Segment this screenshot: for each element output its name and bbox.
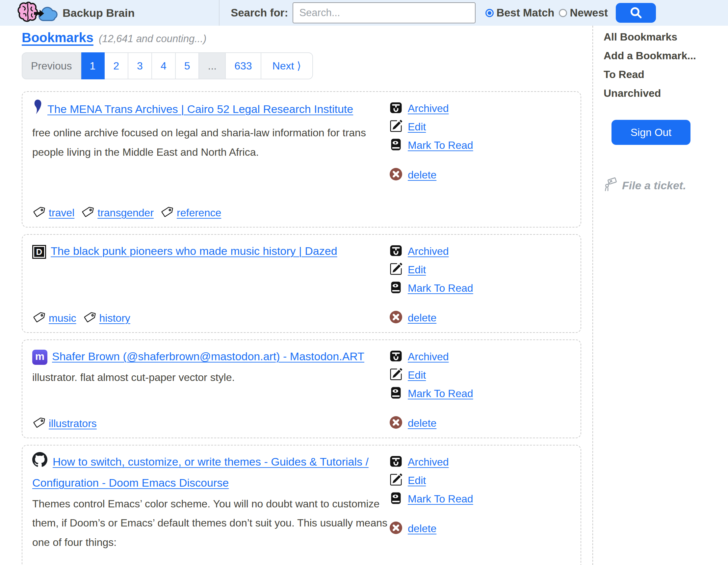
pagination-previous: Previous [22,52,81,79]
tag-link[interactable]: travel [49,207,74,219]
search-label: Search for: [231,7,288,19]
tag-item: music [32,311,76,325]
delete-action[interactable]: delete [389,167,554,182]
tag-list: travel transgender reference [32,194,389,219]
book-eye-icon [389,386,403,401]
search-input[interactable] [293,2,476,23]
pagination: Previous 1 2 3 4 5 ... 633 Next ⟩ [22,52,581,79]
pagination-page-4[interactable]: 4 [152,52,176,79]
delete-x-icon [389,521,403,536]
tag-icon [31,310,46,326]
bookmark-card: DThe black punk pioneers who made music … [22,234,581,333]
pagination-page-5[interactable]: 5 [176,52,199,79]
archived-action[interactable]: Archived [389,455,554,469]
bookmark-title-link[interactable]: Shafer Brown (@shaferbrown@mastodon.art)… [52,350,364,363]
book-eye-icon [389,281,403,296]
tag-item: reference [160,206,221,219]
mastodon-icon: m [32,350,47,365]
bookmark-description: free online archive focused on legal and… [32,123,389,161]
edit-action[interactable]: Edit [389,473,554,488]
delete-x-icon [389,167,403,182]
search-icon [629,6,643,20]
delete-action[interactable]: delete [389,521,554,536]
sidebar-item-to-read[interactable]: To Read [604,68,725,81]
bookmark-list-main: Bookmarks (12,641 and counting...) Previ… [0,26,592,565]
edit-action[interactable]: Edit [389,119,554,134]
tag-icon [80,205,95,221]
tag-link[interactable]: transgender [97,207,154,219]
file-a-ticket-link[interactable]: File a ticket. [604,176,725,194]
bookmark-card: How to switch, customize, or write theme… [22,445,581,565]
bookmark-title-link[interactable]: The MENA Trans Archives | Cairo 52 Legal… [47,103,353,115]
tag-link[interactable]: music [49,312,76,324]
delete-action[interactable]: delete [389,416,554,430]
archived-action[interactable]: Archived [389,101,554,115]
sidebar-item-unarchived[interactable]: Unarchived [604,87,725,99]
bookmark-description: Themes control Emacs’ color scheme. You … [32,494,389,552]
tag-list: illustrators [32,405,389,430]
bookmark-title-link[interactable]: The black punk pioneers who made music h… [51,244,337,257]
tag-link[interactable]: history [99,312,130,324]
tag-item: transgender [81,206,154,219]
sidebar-item-all-bookmarks[interactable]: All Bookmarks [604,31,725,43]
tag-icon [31,205,46,221]
tag-link[interactable]: reference [177,207,221,219]
pagination-ellipsis: ... [199,52,226,79]
mark-to-read-action[interactable]: Mark To Read [389,138,554,152]
sort-option-best-match[interactable]: Best Match [485,7,554,19]
archive-box-icon [389,349,403,364]
pagination-page-3[interactable]: 3 [128,52,152,79]
search-button[interactable] [616,3,656,23]
pencil-square-icon [389,473,403,488]
archive-box-icon [389,101,403,115]
bookmark-card: mShafer Brown (@shaferbrown@mastodon.art… [22,340,581,438]
edit-action[interactable]: Edit [389,262,554,277]
book-eye-icon [389,492,403,506]
bookmark-count: (12,641 and counting...) [99,33,206,45]
pagination-page-2[interactable]: 2 [105,52,128,79]
tag-item: travel [32,206,74,219]
archive-box-icon [389,244,403,258]
delete-action[interactable]: delete [389,311,554,325]
archived-action[interactable]: Archived [389,349,554,364]
sort-radio-group: Best Match Newest [481,7,608,19]
comma-mark-icon [32,98,42,121]
ticket-icon [604,176,619,194]
app-header: Backup Brain Search for: Best Match Newe… [0,0,728,26]
backup-brain-logo-icon [17,0,59,27]
delete-x-icon [389,311,403,325]
sidebar: All Bookmarks Add a Bookmark... To Read … [592,26,728,565]
app-title: Backup Brain [63,7,135,19]
edit-action[interactable]: Edit [389,368,554,382]
delete-x-icon [389,416,403,430]
tag-icon [31,416,46,432]
tag-item: history [83,311,130,325]
page-title-bookmarks-link[interactable]: Bookmarks [22,30,93,45]
pagination-page-633[interactable]: 633 [226,52,261,79]
sidebar-item-add-a-bookmark[interactable]: Add a Bookmark... [604,50,725,62]
tag-icon [159,205,174,221]
tag-item: illustrators [32,417,97,430]
bookmark-description: illustrator. flat almost cut-paper vecto… [32,368,389,387]
github-icon [32,452,47,473]
archive-box-icon [389,455,403,469]
dazed-icon: D [32,245,46,259]
radio-best-match-icon[interactable] [485,9,494,17]
pencil-square-icon [389,368,403,382]
tag-icon [82,310,97,326]
pagination-page-1[interactable]: 1 [81,52,105,79]
mark-to-read-action[interactable]: Mark To Read [389,492,554,506]
tag-list: music history [32,300,389,325]
sort-option-newest[interactable]: Newest [559,7,608,19]
pagination-next[interactable]: Next ⟩ [261,52,313,79]
bookmark-card: The MENA Trans Archives | Cairo 52 Legal… [22,91,581,227]
sign-out-button[interactable]: Sign Out [611,120,690,145]
mark-to-read-action[interactable]: Mark To Read [389,281,554,296]
tag-link[interactable]: illustrators [49,418,97,430]
radio-newest-icon[interactable] [559,9,567,17]
pencil-square-icon [389,262,403,277]
bookmark-title-link[interactable]: How to switch, customize, or write theme… [32,455,369,489]
pencil-square-icon [389,119,403,134]
mark-to-read-action[interactable]: Mark To Read [389,386,554,401]
archived-action[interactable]: Archived [389,244,554,258]
